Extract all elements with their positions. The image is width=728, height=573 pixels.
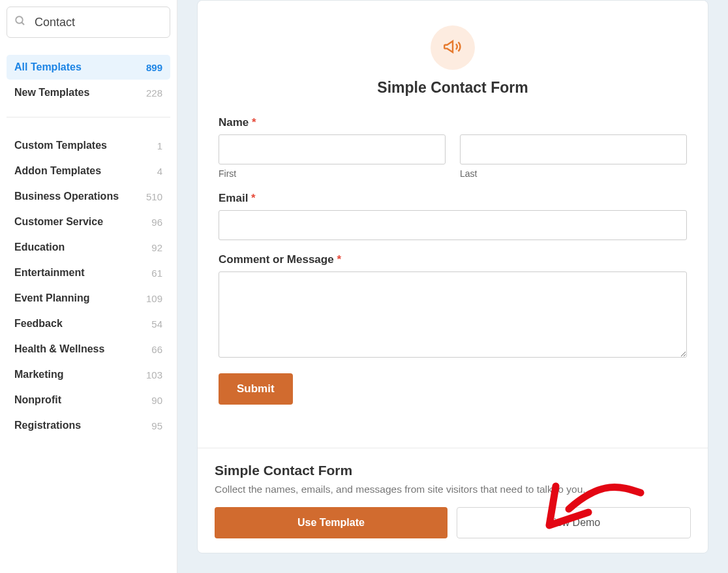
sidebar-item-custom-templates[interactable]: Custom Templates1 bbox=[7, 133, 170, 158]
category-label: New Templates bbox=[14, 87, 89, 99]
search-wrapper bbox=[7, 7, 170, 38]
divider bbox=[7, 117, 170, 117]
category-count: 95 bbox=[151, 420, 162, 431]
category-count: 4 bbox=[157, 166, 162, 177]
last-name-col: Last bbox=[460, 134, 687, 179]
form-preview: Simple Contact Form Name * First Last bbox=[198, 1, 708, 448]
category-label: Registrations bbox=[14, 420, 81, 431]
submit-button[interactable]: Submit bbox=[219, 373, 293, 405]
use-template-button[interactable]: Use Template bbox=[215, 507, 447, 538]
email-block: Email * bbox=[219, 192, 687, 240]
sidebar-item-education[interactable]: Education92 bbox=[7, 235, 170, 260]
category-count: 1 bbox=[157, 140, 162, 151]
name-row: First Last bbox=[219, 134, 687, 179]
category-label: All Templates bbox=[14, 61, 82, 73]
footer-title: Simple Contact Form bbox=[215, 463, 691, 478]
sidebar-item-event-planning[interactable]: Event Planning109 bbox=[7, 286, 170, 311]
comment-label: Comment or Message * bbox=[219, 253, 687, 266]
category-count: 54 bbox=[151, 318, 162, 330]
sidebar-item-all-templates[interactable]: All Templates899 bbox=[7, 55, 170, 80]
last-name-input[interactable] bbox=[460, 134, 687, 164]
template-footer: Simple Contact Form Collect the names, e… bbox=[198, 448, 708, 553]
first-sub-label: First bbox=[219, 168, 446, 179]
sidebar-item-health-wellness[interactable]: Health & Wellness66 bbox=[7, 337, 170, 362]
name-label: Name * bbox=[219, 116, 687, 129]
sidebar-item-feedback[interactable]: Feedback54 bbox=[7, 311, 170, 336]
footer-actions: Use Template View Demo bbox=[215, 507, 691, 538]
category-count: 66 bbox=[151, 344, 162, 355]
sidebar-item-business-operations[interactable]: Business Operations510 bbox=[7, 184, 170, 209]
required-asterisk: * bbox=[337, 253, 341, 266]
footer-description: Collect the names, emails, and messages … bbox=[215, 484, 691, 495]
main-panel: Simple Contact Form Name * First Last bbox=[177, 0, 728, 573]
sidebar-item-marketing[interactable]: Marketing103 bbox=[7, 362, 170, 387]
category-label: Marketing bbox=[14, 369, 64, 380]
category-label: Custom Templates bbox=[14, 140, 107, 151]
category-count: 96 bbox=[151, 217, 162, 228]
required-asterisk: * bbox=[251, 192, 256, 204]
form-body: Name * First Last Email * bbox=[219, 116, 687, 405]
megaphone-icon bbox=[431, 25, 475, 70]
svg-point-0 bbox=[16, 16, 23, 23]
first-name-input[interactable] bbox=[219, 134, 446, 164]
sidebar-item-nonprofit[interactable]: Nonprofit90 bbox=[7, 388, 170, 412]
last-sub-label: Last bbox=[460, 168, 687, 179]
sidebar-item-customer-service[interactable]: Customer Service96 bbox=[7, 209, 170, 234]
search-input[interactable] bbox=[7, 7, 170, 38]
category-count: 899 bbox=[146, 62, 162, 73]
category-count: 61 bbox=[151, 268, 162, 279]
category-label: Event Planning bbox=[14, 292, 90, 304]
comment-block: Comment or Message * bbox=[219, 253, 687, 360]
sidebar-item-registrations[interactable]: Registrations95 bbox=[7, 413, 170, 438]
primary-category-list: All Templates899New Templates228 bbox=[7, 55, 170, 105]
sidebar: All Templates899New Templates228 Custom … bbox=[0, 0, 177, 573]
required-asterisk: * bbox=[252, 116, 256, 129]
category-label: Business Operations bbox=[14, 191, 119, 202]
category-label: Feedback bbox=[14, 318, 63, 330]
category-label: Customer Service bbox=[14, 216, 103, 228]
email-input[interactable] bbox=[219, 210, 687, 240]
first-name-col: First bbox=[219, 134, 446, 179]
category-count: 103 bbox=[146, 369, 162, 380]
sidebar-item-new-templates[interactable]: New Templates228 bbox=[7, 80, 170, 105]
category-count: 510 bbox=[146, 191, 162, 202]
category-label: Entertainment bbox=[14, 267, 85, 279]
svg-line-1 bbox=[22, 22, 24, 25]
view-demo-button[interactable]: View Demo bbox=[457, 507, 691, 538]
search-icon bbox=[14, 15, 26, 29]
comment-textarea[interactable] bbox=[219, 271, 687, 358]
form-title: Simple Contact Form bbox=[219, 79, 687, 97]
sidebar-item-entertainment[interactable]: Entertainment61 bbox=[7, 260, 170, 285]
category-list: Custom Templates1Addon Templates4Busines… bbox=[7, 133, 170, 438]
form-icon-wrapper bbox=[219, 25, 687, 70]
email-label: Email * bbox=[219, 192, 687, 205]
category-label: Nonprofit bbox=[14, 394, 61, 406]
category-count: 228 bbox=[146, 87, 162, 99]
category-label: Health & Wellness bbox=[14, 343, 104, 355]
category-label: Education bbox=[14, 241, 65, 253]
category-count: 92 bbox=[151, 242, 162, 253]
category-count: 90 bbox=[151, 395, 162, 406]
preview-wrapper: Simple Contact Form Name * First Last bbox=[197, 0, 708, 553]
category-label: Addon Templates bbox=[14, 165, 101, 177]
sidebar-item-addon-templates[interactable]: Addon Templates4 bbox=[7, 159, 170, 183]
category-count: 109 bbox=[146, 293, 162, 304]
